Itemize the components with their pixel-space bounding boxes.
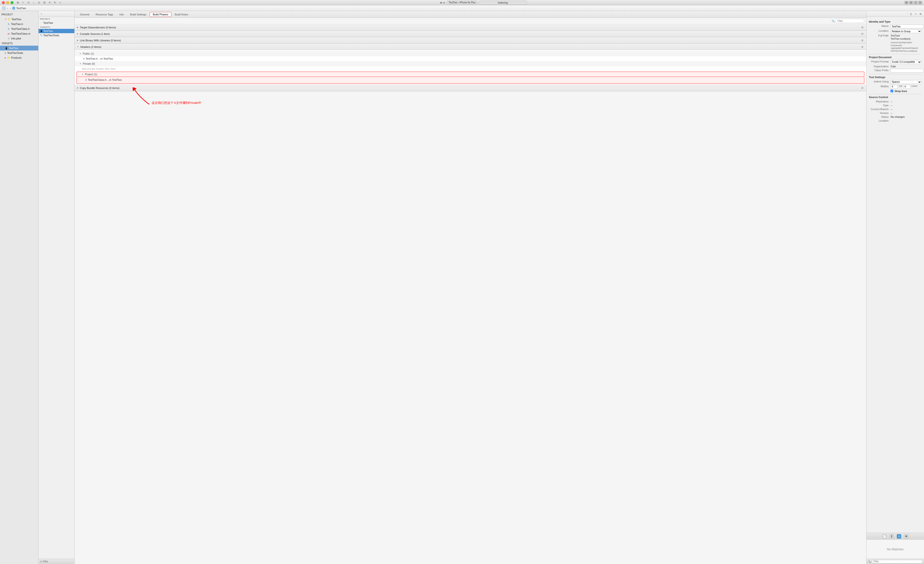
- run-button[interactable]: ▶: [444, 1, 446, 4]
- rp-status-value: No changes: [891, 115, 922, 118]
- traffic-lights[interactable]: [2, 1, 14, 4]
- rp-indent-using-select[interactable]: Spaces: [891, 80, 922, 84]
- phase-link-binary-title: Link Binary With Libraries (0 items): [80, 39, 121, 42]
- rp-org-row: Organization Cain: [869, 65, 922, 68]
- right-panel-circle-icon[interactable]: ⊙: [914, 12, 918, 16]
- nav-forward-button[interactable]: ›: [10, 7, 12, 10]
- phase-compile-sources: Compile Sources (1 item) ✕: [75, 31, 866, 37]
- sidebar-file-testtwoclassh: TestTwoClass.h: [11, 27, 30, 30]
- file-nav-content: PROJECT 📄 TestTwo TARGETS 📱 TestTwo 🔧 Te…: [39, 17, 74, 559]
- phase-project-header[interactable]: Project (1): [76, 72, 864, 77]
- tab-general[interactable]: General: [77, 12, 92, 17]
- right-panel-file-icon[interactable]: 📄: [904, 12, 908, 16]
- phase-copy-bundle-header[interactable]: Copy Bundle Resources (0 items) ✕: [75, 85, 866, 91]
- sidebar-item-testtwoclassh[interactable]: h TestTwoClass.h: [0, 27, 38, 31]
- rp-location-select[interactable]: Relative to Group: [891, 29, 922, 33]
- nav-back-button[interactable]: ‹: [7, 7, 9, 10]
- rp-bottom-file-btn[interactable]: 📄: [882, 534, 887, 539]
- right-panel-btn-1[interactable]: ⊞: [904, 1, 908, 4]
- rp-type-label: Type: [869, 104, 891, 107]
- nav-target-testtwotests[interactable]: 🔧 TestTwoTests: [39, 33, 74, 37]
- filter-label: Filter: [43, 560, 48, 563]
- rp-name-input[interactable]: [891, 24, 924, 28]
- indexing-label: Indexing: [498, 1, 508, 4]
- toolbar-btn-4[interactable]: ⊙: [37, 0, 41, 5]
- phase-copy-bundle: Copy Bundle Resources (0 items) ✕: [75, 85, 866, 91]
- rp-filter-input[interactable]: [872, 560, 922, 563]
- rp-version-value: --: [891, 112, 922, 114]
- phase-compile-sources-header[interactable]: Compile Sources (1 item) ✕: [75, 31, 866, 37]
- chevron-right-icon: [5, 52, 6, 54]
- sidebar-item-testtwo-h[interactable]: h TestTwo.h: [0, 22, 38, 27]
- close-button[interactable]: [2, 1, 5, 4]
- rp-org-value: Cain: [891, 65, 922, 68]
- nav-target-testtwo[interactable]: 📱 TestTwo: [39, 29, 74, 33]
- sidebar-item-testtwoclassm[interactable]: m TestTwoClass.m: [0, 31, 38, 36]
- rp-format-select[interactable]: Xcode 3.2-compatible: [891, 60, 922, 64]
- toolbar-btn-6[interactable]: ↺: [47, 0, 52, 5]
- phase-compile-sources-close[interactable]: ✕: [861, 32, 864, 36]
- sidebar-item-testtwotests[interactable]: TestTwoTests: [0, 51, 38, 55]
- phase-headers-close[interactable]: ✕: [861, 45, 864, 49]
- nav-project-item[interactable]: 📄 TestTwo: [39, 21, 74, 25]
- minimize-button[interactable]: [6, 1, 9, 4]
- rp-tab-label: Tab: [899, 85, 902, 87]
- filter-input[interactable]: [836, 19, 864, 23]
- tab-resource-tags[interactable]: Resource Tags: [93, 12, 116, 17]
- project-navigator: PROJECT 📁 TestTwo h TestTwo.h h TestTwoC…: [0, 11, 39, 564]
- rp-classprefix-input[interactable]: [891, 69, 924, 73]
- phase-private-label: Private (0): [83, 62, 95, 65]
- toolbar-btn-3[interactable]: ⬦: [31, 0, 36, 5]
- toolbar-btn-5[interactable]: ☰: [42, 0, 46, 5]
- nav-target-testtwo-label: TestTwo: [44, 30, 53, 33]
- maximize-button[interactable]: [10, 1, 14, 4]
- toolbar-btn-2[interactable]: ⊟: [26, 0, 31, 5]
- phase-link-binary-header[interactable]: Link Binary With Libraries (0 items) ✕: [75, 37, 866, 43]
- file-nav-add-button[interactable]: +: [39, 12, 44, 16]
- right-panel-btn-4[interactable]: ⊡: [918, 1, 922, 4]
- scheme-selector[interactable]: TestTwo › iPhone 6s Plus: [447, 1, 477, 4]
- sidebar-item-infoplist[interactable]: ⊞ Info.plist: [0, 36, 38, 41]
- phase-headers-header[interactable]: Headers (2 items) ✕: [75, 44, 866, 50]
- toolbar-btn-8[interactable]: ⤢: [58, 0, 63, 5]
- sidebar-item-testtwo-root[interactable]: 📁 TestTwo: [0, 17, 38, 22]
- tab-build-phases[interactable]: Build Phases: [150, 12, 171, 17]
- rp-classprefix-row: Class Prefix: [869, 69, 922, 73]
- rp-indent-width-input[interactable]: [903, 85, 910, 89]
- toolbar-btn-7[interactable]: ↻: [52, 0, 57, 5]
- toolbar-btn-1[interactable]: ≡: [21, 0, 26, 5]
- phase-target-dependencies-close[interactable]: ✕: [861, 25, 864, 29]
- sidebar-item-products[interactable]: 📁 Products: [0, 55, 38, 60]
- right-panel-curly-icon[interactable]: {}: [909, 12, 913, 16]
- phase-target-dependencies-header[interactable]: Target Dependencies (0 items) ✕: [75, 24, 866, 30]
- rp-type-value: --: [891, 104, 922, 107]
- phase-link-binary-close[interactable]: ✕: [861, 39, 864, 42]
- rp-bottom-grid-btn[interactable]: ⊞: [904, 534, 908, 539]
- rp-text-section: Text Settings: [869, 76, 922, 79]
- right-panel-grid-icon[interactable]: ⊞: [919, 12, 922, 16]
- right-panel: 📄 {} ⊙ ⊞ Identity and Type Name Location…: [866, 11, 924, 564]
- right-panel-btn-3[interactable]: ◻: [914, 1, 918, 4]
- rp-tab-width-input[interactable]: [891, 85, 898, 89]
- m-file-icon: m: [7, 32, 10, 35]
- sidebar-toggle-button[interactable]: ⊞: [15, 0, 20, 5]
- tab-build-settings[interactable]: Build Settings: [127, 12, 149, 17]
- rp-type-row: Type --: [869, 104, 922, 107]
- rp-fullpath-row: Full Path TestTwo/TestTwo.xcodeproj: [869, 34, 922, 40]
- rp-wraplines-checkbox[interactable]: [891, 90, 893, 92]
- sidebar-file-infoplist: Info.plist: [11, 37, 21, 40]
- tab-build-rules[interactable]: Build Rules: [172, 12, 191, 17]
- sidebar-file-testtwoclassm: TestTwoClass.m: [11, 32, 30, 35]
- phase-public-header[interactable]: Public (1): [75, 51, 866, 56]
- rp-bottom-circle-btn[interactable]: ⊙: [897, 534, 901, 539]
- phase-project-file-1: TestTwoClass.h ...in TestTwo: [88, 78, 122, 81]
- phase-private-header[interactable]: Private (0): [75, 61, 866, 66]
- rp-bottom-curly-btn[interactable]: {}: [890, 534, 894, 539]
- stop-button[interactable]: ◼: [440, 1, 442, 4]
- phase-headers: Headers (2 items) ✕ Public (1) h TestTwo…: [75, 44, 866, 85]
- tab-info[interactable]: Info: [117, 12, 127, 17]
- sidebar-item-testtwo-target[interactable]: 📱 TestTwo: [0, 46, 38, 51]
- rp-filter-icon: 🔍: [868, 560, 871, 563]
- phase-copy-bundle-close[interactable]: ✕: [861, 86, 864, 90]
- right-panel-btn-2[interactable]: ⊟: [909, 1, 913, 4]
